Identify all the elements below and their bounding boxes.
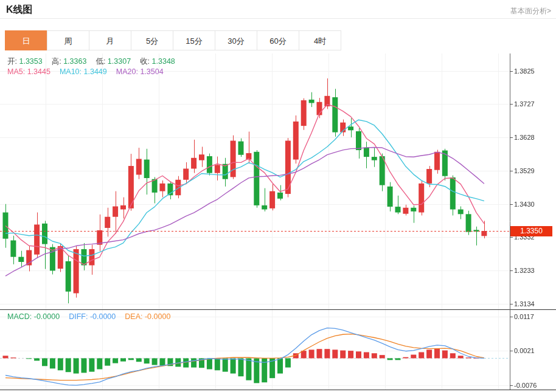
price-axis-label: 1.3529 [514,167,535,174]
readout-token: MA20: 1.3504 [116,67,164,76]
readout-token: DIFF: -0.0000 [69,312,116,321]
tab-5分[interactable]: 5分 [131,30,173,50]
price-axis-label: 1.3628 [514,134,535,141]
tab-4时[interactable]: 4时 [299,30,341,50]
ohlc-readout: 开: 1.3353高: 1.3363低: 1.3307收: 1.3348 [7,57,184,67]
page-title: K线图 [6,4,33,16]
price-axis-label: 1.3430 [514,201,535,208]
readout-token: 低: 1.3307 [96,57,131,67]
readout-token: 开: 1.3353 [7,57,43,67]
tab-日[interactable]: 日 [5,30,47,50]
header-divider [0,18,556,19]
price-axis-label: 1.3134 [514,300,535,308]
readout-token: 高: 1.3363 [52,57,87,67]
tab-60分[interactable]: 60分 [257,30,299,50]
interval-tab-bar: 日周月5分15分30分60分4时 [5,30,341,50]
macd-axis-label: 0.0117 [514,313,534,320]
macd-axis-label: -0.0076 [514,382,537,389]
readout-token: MA5: 1.3445 [7,67,50,76]
readout-token: MA10: 1.3449 [60,67,107,76]
tab-30分[interactable]: 30分 [215,30,257,50]
readout-token: 收: 1.3348 [140,57,175,67]
macd-readout: MACD: -0.0000DIFF: -0.0000DEA: -0.0000 [7,312,179,321]
current-price-badge: 1.3350 [510,226,552,236]
price-axis-label: 1.3233 [514,267,535,274]
tab-月[interactable]: 月 [89,30,131,50]
ma-readout: MA5: 1.3445MA10: 1.3449MA20: 1.3504 [7,67,173,76]
price-axis-label: 1.3825 [514,67,535,75]
tab-15分[interactable]: 15分 [173,30,215,50]
kline-app: K线图 基本面分析> 日周月5分15分30分60分4时 开: 1.3353高: … [0,0,556,392]
price-axis-label: 1.3727 [514,100,535,108]
tab-周[interactable]: 周 [47,30,89,50]
macd-axis-label: 0.0021 [514,347,535,354]
fundamental-analysis-link[interactable]: 基本面分析> [510,6,551,16]
readout-token: MACD: -0.0000 [7,312,60,321]
readout-token: DEA: -0.0000 [125,312,170,321]
